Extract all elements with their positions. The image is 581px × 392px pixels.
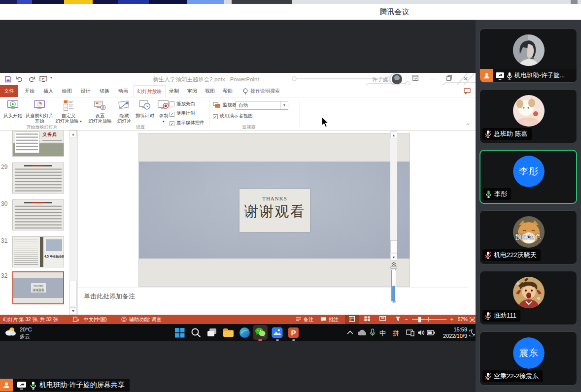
participant-tile-3[interactable]: 李彤 李彤 [479,150,577,204]
tray-battery-icon[interactable] [427,329,435,336]
pinyin-indicator[interactable]: 拼 [393,329,399,338]
slide-canvas[interactable]: THANKS 谢谢观看 [138,133,410,287]
tab-transitions[interactable]: 切换 [95,85,114,97]
participant-tile-4[interactable]: 预谋色色 机电222沃晓天 [479,210,577,264]
shared-screen-area: ▾ 新生入学须知主题班会2.pptx - PowerPoint 许子旋 — ✕ … [0,20,476,392]
tray-display-icon[interactable] [406,329,414,336]
slide-number-29: 29 [1,163,11,170]
file-explorer-icon[interactable] [222,327,235,339]
tencent-meeting-icon[interactable] [271,327,283,339]
from-beginning-button[interactable]: 从头开始 [1,99,25,118]
tray-mic-icon[interactable] [370,328,376,337]
participant-tile-6[interactable]: 震东 空乘22-2徐震东 [479,331,577,386]
participant-tile-1[interactable]: 机电班助-许子旋... [479,29,577,83]
zoom-in-button[interactable]: + [450,315,453,324]
tab-animations[interactable]: 动画 [113,85,133,97]
tab-draw[interactable]: 绘图 [57,85,77,97]
previous-slide-icon[interactable] [391,262,396,266]
zoom-percent[interactable]: 57% [458,315,468,324]
restore-button[interactable] [442,73,456,85]
spellcheck-icon[interactable] [73,317,79,322]
ppt-account-name[interactable]: 许子旋 [372,76,388,83]
thumbnail-scrollbar[interactable]: ▲ ▼ [69,131,77,315]
setup-slideshow-button[interactable]: 设置幻灯片放映 [87,99,113,124]
close-button[interactable]: ✕ [458,73,473,85]
comments-toggle-icon[interactable] [320,317,326,322]
tab-slideshow[interactable]: 幻灯片放映 [134,85,166,97]
editor-scrollbar[interactable]: ▲ ▼ [390,131,398,315]
status-language[interactable]: 中文(中国) [84,315,107,324]
collapse-ribbon-icon[interactable]: ⌃ [464,123,472,129]
custom-slideshow-button[interactable]: 自定义幻灯片放映 ▾ [54,99,83,124]
tab-help[interactable]: 帮助 [218,85,238,97]
ime-indicator[interactable]: 中 [379,329,386,338]
tab-record[interactable]: 录制 [164,85,184,97]
reading-view-button[interactable] [376,315,389,324]
undo-icon[interactable] [16,75,23,83]
wechat-highlight[interactable] [253,325,268,340]
monitor-icon [213,102,220,108]
tray-clock[interactable]: 15:59 2022/10/9 [437,327,467,339]
notes-toggle-icon[interactable] [296,317,302,322]
normal-view-button[interactable] [345,315,359,324]
slideshow-qat-icon[interactable] [39,75,47,83]
zoom-slider[interactable] [412,319,446,320]
status-notes[interactable]: 备注 [304,315,313,324]
tab-design[interactable]: 设计 [76,85,96,97]
participant-tile-5[interactable]: 班助111 [479,271,577,325]
play-narrations-checkbox[interactable]: 播放旁白 [170,101,195,107]
share-banner-text: 机电班助-许子旋的屏幕共享 [39,381,125,390]
powerpoint-icon[interactable]: P [287,327,300,339]
search-icon[interactable] [190,327,202,339]
slide-number-32: 32 [1,272,11,279]
thumbnail-slide-28[interactable]: 义务兵 [12,131,64,157]
from-current-slide-button[interactable]: 从当前幻灯片开始 [25,99,54,124]
onedrive-icon[interactable] [357,329,366,336]
avatar: 李彤 [513,156,545,187]
qat-caret[interactable]: ▾ [50,75,52,83]
comments-icon[interactable] [464,88,471,94]
participant-tile-2[interactable]: 总班助 陈嘉 [479,89,577,143]
weather-text[interactable]: 20°C 多云 [20,326,32,340]
rehearse-timings-button[interactable]: 排练计时 [134,99,156,118]
start-button[interactable] [173,327,186,339]
tray-expand-icon[interactable] [347,330,353,334]
thumbnail-slide-29[interactable] [12,163,64,194]
slide-sorter-view-button[interactable] [360,315,374,324]
zoom-out-button[interactable]: − [405,315,408,324]
use-timings-checkbox[interactable]: ✓使用计时 [170,110,195,117]
ribbon: 从头开始 从当前幻灯片开始 自定义幻灯片放映 ▾ 开始放映幻灯片 设置幻灯片放映 [0,97,476,131]
hide-slide-button[interactable]: 隐藏幻灯片 [113,99,135,124]
redo-icon[interactable] [29,75,35,83]
tab-file[interactable]: 文件 [0,85,18,97]
tray-speaker-icon[interactable] [417,329,425,336]
notes-pane[interactable]: 单击此处添加备注 [78,288,468,315]
presenter-view-checkbox[interactable]: ✓使用演示者视图 [213,113,253,119]
minimize-button[interactable]: — [425,73,440,85]
avatar [513,34,545,66]
status-comments[interactable]: 批注 [329,315,339,324]
night-light-icon[interactable] [469,329,476,336]
task-view-icon[interactable] [206,327,218,339]
monitor-select[interactable]: 自动▼ [236,101,288,110]
ppt-window-title: 新生入学须知主题班会2.pptx - PowerPoint [142,76,270,83]
screen-share-banner: 机电班助-许子旋的屏幕共享 [0,379,130,392]
status-accessibility[interactable]: 辅助功能: 调查 [129,315,162,324]
tab-view[interactable]: 视图 [200,85,220,97]
weather-icon[interactable] [4,326,17,338]
zoom-slider-thumb[interactable] [418,317,421,323]
mouse-cursor [321,116,330,128]
save-icon[interactable] [5,75,11,83]
tab-home[interactable]: 开始 [20,85,39,97]
tell-me-search[interactable]: 操作说明搜索 [250,85,280,97]
fit-to-window-icon[interactable] [470,317,475,322]
thumbnail-slide-31[interactable]: 4.5 毕业始业教育 [12,236,64,267]
ppt-account-avatar[interactable] [392,74,402,84]
tab-insert[interactable]: 插入 [38,85,58,97]
thumbnail-slide-32[interactable]: THANKS谢谢观看 [12,271,64,304]
thumbnail-slide-30[interactable] [12,199,64,230]
tab-review[interactable]: 审阅 [182,85,202,97]
ribbon-display-options-icon[interactable] [408,73,423,85]
edge-icon[interactable] [239,327,251,339]
slideshow-view-button[interactable] [391,315,405,324]
